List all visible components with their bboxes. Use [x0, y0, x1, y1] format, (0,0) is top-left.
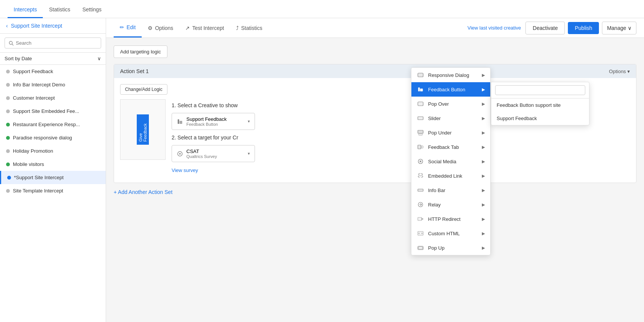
action-set-title: Action Set 1	[120, 68, 149, 74]
menu-item-label: Feedback Button	[428, 87, 465, 92]
sidebar-item-paradise[interactable]: Paradise responsive dialog	[0, 131, 106, 144]
submenu-arrow-icon: ▶	[482, 87, 485, 92]
submenu-arrow-icon: ▶	[482, 145, 485, 150]
status-dot	[6, 163, 10, 166]
menu-item-label: Feedback Tab	[428, 144, 459, 150]
test-intercept-action[interactable]: ↗ Test Intercept	[179, 18, 230, 38]
submenu-arrow-icon: ▶	[482, 231, 485, 236]
sidebar-title: Support Site Intercept	[11, 23, 62, 29]
publish-button[interactable]: Publish	[568, 22, 599, 34]
menu-item-feedback-tab[interactable]: Feedback Tab ▶	[411, 140, 490, 154]
status-dot	[7, 176, 11, 180]
svg-rect-14	[421, 146, 423, 148]
sidebar-item-embedded[interactable]: Support Site Embedded Fee...	[0, 105, 106, 118]
submenu-item-support-feedback[interactable]: Support Feedback	[491, 112, 589, 125]
creative-chevron-icon: ▾	[248, 119, 250, 124]
submenu-arrow-icon: ▶	[482, 202, 485, 207]
svg-rect-2	[178, 119, 179, 124]
sidebar-item-label: Mobile visitors	[13, 161, 44, 167]
menu-item-info-bar[interactable]: Info Bar ▶	[411, 183, 490, 197]
menu-item-social-media[interactable]: Social Media ▶	[411, 154, 490, 169]
submenu-arrow-icon: ▶	[482, 102, 485, 106]
http-redirect-icon	[417, 215, 424, 223]
menu-item-label: Embedded Link	[428, 173, 462, 179]
menu-item-relay[interactable]: Relay ▶	[411, 197, 490, 212]
creative-preview: Give Feedback	[120, 99, 166, 160]
test-label: Test Intercept	[192, 25, 224, 31]
menu-item-pop-over[interactable]: Pop Over ▶	[411, 97, 490, 111]
status-dot	[6, 149, 10, 153]
svg-rect-8	[420, 89, 423, 91]
view-last-creative[interactable]: View last visited creative	[467, 25, 521, 31]
menu-item-pop-under[interactable]: Pop Under ▶	[411, 125, 490, 140]
creative-select-box[interactable]: Support Feedback Feedback Button ▾	[172, 113, 255, 130]
tab-intercepts[interactable]: Intercepts	[8, 2, 43, 18]
sidebar-item-customer[interactable]: Customer Intercept	[0, 91, 106, 105]
action-set-options-button[interactable]: Options ▾	[609, 69, 630, 74]
menu-item-custom-html[interactable]: Custom HTML ▶	[411, 226, 490, 241]
status-dot	[6, 189, 10, 193]
change-add-logic-button[interactable]: Change/Add Logic	[120, 84, 167, 95]
manage-button[interactable]: Manage ∨	[602, 22, 636, 34]
tab-settings[interactable]: Settings	[77, 2, 108, 18]
menu-item-responsive-dialog[interactable]: Responsive Dialog ▶	[411, 68, 490, 82]
status-dot	[6, 136, 10, 140]
sidebar-item-support-site[interactable]: *Support Site Intercept	[0, 171, 106, 184]
creative-info: Support Feedback Feedback Button	[186, 116, 227, 127]
target-info: CSAT Qualtrics Survey	[186, 148, 217, 159]
add-targeting-button[interactable]: Add targeting logic	[114, 45, 167, 58]
svg-rect-7	[418, 88, 420, 91]
options-action[interactable]: ⚙ Options	[142, 18, 179, 38]
target-select-box[interactable]: CSAT Qualtrics Survey ▾	[172, 145, 255, 162]
menu-item-http-redirect[interactable]: HTTP Redirect ▶	[411, 212, 490, 226]
submenu-arrow-icon: ▶	[482, 116, 485, 121]
menu-item-slider[interactable]: Slider ▶	[411, 111, 490, 125]
sidebar-search-container	[0, 34, 106, 53]
status-dot	[6, 83, 10, 87]
menu-item-pop-up[interactable]: Pop Up ▶	[411, 241, 490, 255]
sidebar-item-label: Support Feedback	[13, 69, 53, 74]
sidebar-item-info-bar[interactable]: Info Bar Intercept Demo	[0, 78, 106, 91]
search-box	[5, 38, 101, 48]
status-dot	[6, 109, 10, 113]
menu-item-embedded-link[interactable]: Embedded Link ▶	[411, 169, 490, 183]
edit-action[interactable]: ✏ Edit	[114, 18, 142, 38]
submenu-search-input[interactable]	[495, 85, 585, 95]
menu-item-label: Social Media	[428, 159, 456, 164]
submenu-item-feedback-support[interactable]: Feedback Button support site	[491, 98, 589, 112]
svg-rect-12	[419, 134, 422, 135]
search-icon	[9, 41, 14, 46]
back-icon[interactable]: ‹	[6, 23, 8, 29]
deactivate-button[interactable]: Deactivate	[525, 22, 565, 34]
creative-type-dropdown: Responsive Dialog ▶ Feedback Button ▶ Fe…	[411, 67, 491, 255]
svg-rect-6	[418, 73, 423, 77]
search-input[interactable]	[16, 40, 97, 46]
statistics-action[interactable]: ⤴ Statistics	[230, 18, 268, 38]
sidebar-item-mobile[interactable]: Mobile visitors	[0, 158, 106, 171]
feedback-button-preview: Give Feedback	[137, 114, 149, 145]
target-type: Qualtrics Survey	[186, 154, 217, 159]
sidebar-item-label: Restaurant Experience Resp...	[13, 122, 80, 127]
add-another-action-set[interactable]: + Add Another Action Set	[114, 189, 636, 195]
tab-statistics[interactable]: Statistics	[43, 2, 76, 18]
menu-item-feedback-button[interactable]: Feedback Button ▶ Feedback Button suppor…	[411, 82, 490, 97]
sidebar-item-template[interactable]: Site Template Intercept	[0, 184, 106, 197]
sidebar-item-restaurant[interactable]: Restaurant Experience Resp...	[0, 118, 106, 131]
feedback-button-icon	[417, 86, 424, 93]
menu-item-label: Responsive Dialog	[428, 72, 469, 78]
submenu-search-container	[491, 82, 589, 98]
target-icon	[177, 150, 183, 157]
view-survey-link[interactable]: View survey	[172, 167, 198, 173]
sidebar-item-label: Holiday Promotion	[13, 148, 53, 154]
sort-bar[interactable]: Sort by Date ∨	[0, 53, 106, 65]
slider-icon	[417, 114, 424, 122]
action-set-header: Action Set 1 Options ▾	[114, 64, 636, 78]
options-label: Options	[155, 25, 173, 31]
content-area: ✏ Edit ⚙ Options ↗ Test Intercept ⤴ Stat…	[106, 18, 644, 322]
sidebar-item-support-feedback[interactable]: Support Feedback	[0, 65, 106, 78]
sidebar-item-holiday[interactable]: Holiday Promotion	[0, 144, 106, 158]
target-name: CSAT	[186, 148, 217, 154]
sort-label: Sort by Date	[5, 56, 32, 61]
sidebar-item-label: Customer Intercept	[13, 95, 55, 101]
stats-icon: ⤴	[236, 25, 239, 31]
